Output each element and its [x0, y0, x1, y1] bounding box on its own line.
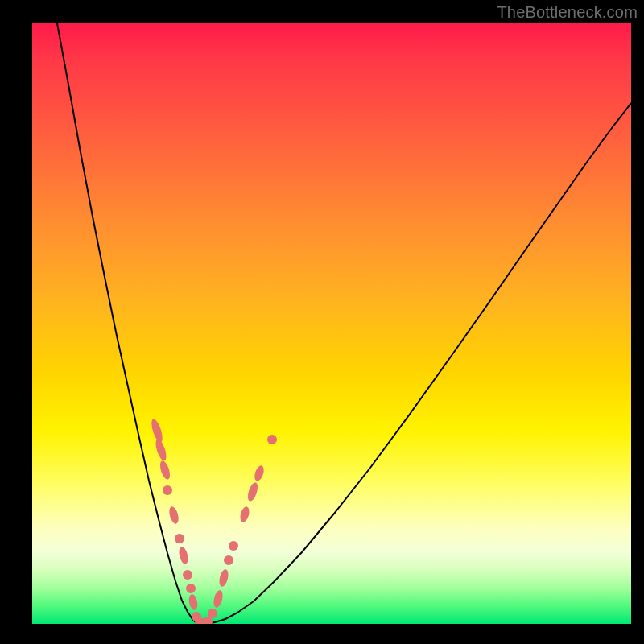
- series-left-branch: [57, 23, 196, 623]
- marker-dot: [229, 541, 238, 551]
- chart-frame: TheBottleneck.com: [0, 0, 644, 644]
- curve-layer: [32, 23, 631, 624]
- marker-dot: [208, 609, 217, 618]
- v-curve: [57, 23, 631, 624]
- marker-capsule: [150, 418, 165, 444]
- marker-dot: [183, 570, 192, 580]
- marker-capsule: [188, 593, 199, 611]
- marker-dot: [175, 534, 184, 543]
- marker-capsule: [246, 481, 260, 502]
- marker-dot: [224, 555, 233, 565]
- data-markers: [150, 418, 277, 624]
- plot-area: [32, 23, 631, 624]
- marker-dot: [267, 435, 277, 444]
- marker-dot: [186, 584, 196, 593]
- watermark-text: TheBottleneck.com: [497, 3, 638, 22]
- marker-capsule: [238, 506, 250, 523]
- marker-capsule: [212, 589, 224, 609]
- marker-capsule: [177, 546, 189, 565]
- marker-capsule: [159, 460, 172, 481]
- series-right-branch: [207, 103, 631, 623]
- marker-capsule: [167, 506, 180, 525]
- marker-capsule: [154, 438, 168, 462]
- marker-capsule: [253, 464, 266, 482]
- marker-dot: [163, 485, 172, 495]
- marker-capsule: [217, 568, 229, 588]
